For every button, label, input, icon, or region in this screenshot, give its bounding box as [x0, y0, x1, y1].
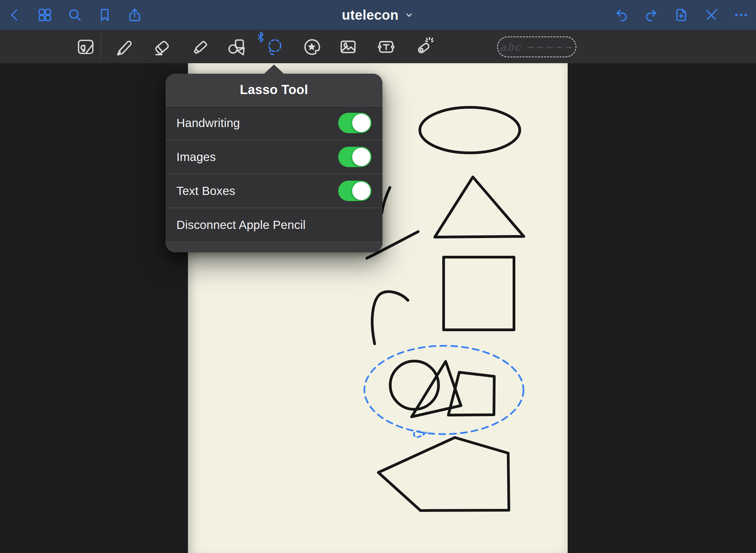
shapes-icon [226, 36, 247, 57]
document-title-button[interactable]: utelecon [342, 0, 414, 30]
tool-read-mode[interactable] [74, 36, 97, 58]
text-boxes-toggle[interactable] [338, 181, 372, 201]
lasso-icon [263, 36, 285, 57]
popup-header: Lasso Tool [166, 74, 382, 106]
toggle-knob [352, 182, 371, 200]
redo-icon [643, 7, 659, 23]
row-handwriting[interactable]: Handwriting [166, 106, 382, 140]
row-label: Images [176, 150, 216, 164]
redo-button[interactable] [643, 7, 659, 23]
more-ellipsis-icon [733, 7, 749, 23]
nav-right-group [613, 7, 749, 23]
row-text-boxes[interactable]: Text Boxes [166, 174, 382, 208]
tool-pen[interactable] [113, 36, 135, 58]
share-icon [127, 7, 142, 23]
pen-off-icon [703, 7, 719, 23]
sticker-icon [301, 36, 322, 57]
image-icon [338, 36, 359, 57]
bookmark-button[interactable] [97, 7, 113, 23]
row-images[interactable]: Images [166, 140, 382, 174]
pen-icon [113, 36, 134, 57]
bookmark-icon [97, 7, 113, 23]
thumbnails-grid-icon [37, 7, 53, 23]
thumbnails-button[interactable] [37, 7, 53, 23]
share-button[interactable] [126, 7, 143, 23]
toolbar-divider [101, 34, 101, 59]
goodnotes-app: utelecon [0, 0, 756, 553]
handwriting-toggle[interactable] [338, 113, 372, 133]
back-button[interactable] [7, 7, 23, 23]
row-label: Handwriting [176, 116, 240, 130]
search-button[interactable] [67, 7, 83, 23]
tool-text[interactable] [375, 36, 397, 58]
text-icon [376, 36, 397, 57]
document-title: utelecon [342, 7, 399, 23]
tool-sticker[interactable] [300, 36, 323, 58]
chevron-down-icon [404, 10, 414, 20]
back-chevron-icon [7, 7, 23, 23]
tool-image[interactable] [337, 36, 359, 58]
tool-eraser[interactable] [150, 36, 173, 58]
handwriting-pad[interactable]: abc ~~~~~ [497, 36, 577, 57]
row-label: Disconnect Apple Pencil [176, 218, 306, 232]
tool-laser-pointer[interactable] [412, 36, 434, 58]
toggle-knob [352, 148, 371, 166]
tool-highlighter[interactable] [188, 36, 211, 58]
undo-icon [614, 7, 629, 23]
tool-lasso[interactable] [263, 36, 285, 58]
laser-pointer-icon [412, 36, 433, 57]
popup-title: Lasso Tool [240, 83, 308, 97]
popup-arrow [264, 65, 284, 74]
toggle-knob [352, 114, 371, 132]
eraser-icon [151, 36, 172, 57]
tool-shapes[interactable] [225, 36, 247, 58]
pen-off-button[interactable] [703, 7, 719, 23]
disconnect-apple-pencil-button[interactable]: Disconnect Apple Pencil [166, 208, 382, 242]
read-mode-icon [75, 36, 96, 57]
images-toggle[interactable] [338, 147, 372, 167]
lasso-tool-popup: Lasso Tool Handwriting Images Text Boxes… [166, 74, 382, 252]
popup-footer [166, 242, 382, 252]
undo-button[interactable] [613, 7, 630, 23]
tools-toolbar: abc ~~~~~ [0, 30, 756, 63]
search-icon [67, 7, 83, 23]
add-page-icon [673, 7, 689, 23]
row-label: Text Boxes [176, 184, 235, 198]
navigation-bar: utelecon [0, 0, 756, 30]
highlighter-icon [189, 36, 210, 57]
nav-left-group [7, 7, 143, 23]
add-page-button[interactable] [673, 7, 689, 23]
handwriting-pad-text: abc ~~~~~ [500, 41, 573, 53]
bluetooth-icon [257, 32, 264, 42]
more-button[interactable] [733, 7, 749, 23]
